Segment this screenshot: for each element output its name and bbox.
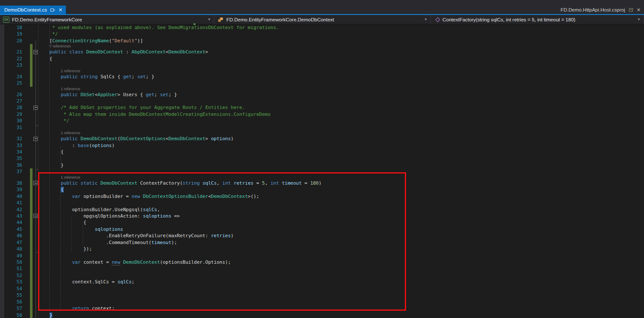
pin-icon[interactable] xyxy=(50,7,56,12)
line-number: 56 xyxy=(0,299,22,305)
close-icon[interactable]: ✕ xyxy=(637,7,641,12)
code-text: public static DemoDbContext ContextFacto… xyxy=(38,180,321,186)
code-line[interactable]: 24 public string SqlCs { get; set; } xyxy=(0,74,644,80)
tab-bar: DemoDbContext.cs ✕ FD.Demo.HttpApi.Host.… xyxy=(0,0,644,14)
code-line[interactable]: 36 } xyxy=(0,162,644,168)
code-line[interactable]: 21 public class DemoDbContext : AbpDbCon… xyxy=(0,49,644,55)
code-line[interactable]: 25 xyxy=(0,80,644,86)
code-line[interactable]: 39 { xyxy=(0,186,644,193)
code-text: context.SqlCs = sqlCs; xyxy=(38,279,134,285)
code-line[interactable]: 20 [ConnectionStringName("Default")] xyxy=(0,38,644,44)
code-text: } xyxy=(38,312,52,318)
code-line[interactable]: 18 * used modules (as explained above). … xyxy=(0,24,644,31)
collapse-button[interactable] xyxy=(33,214,38,218)
code-line[interactable]: 33 : base(options) xyxy=(0,142,644,149)
code-line[interactable]: 51 xyxy=(0,265,644,272)
code-line[interactable]: 54 xyxy=(0,286,644,292)
collapse-button[interactable] xyxy=(33,137,38,141)
code-line[interactable]: 58 } xyxy=(0,312,644,318)
code-line[interactable]: 49 xyxy=(0,253,644,259)
class-icon xyxy=(218,17,224,22)
csharp-project-icon: C# xyxy=(3,17,9,23)
code-line[interactable]: 35 xyxy=(0,155,644,162)
line-number: 31 xyxy=(0,124,22,131)
code-line[interactable]: 31 xyxy=(0,124,644,131)
line-number: 42 xyxy=(0,206,22,213)
code-editor[interactable]: 18 * used modules (as explained above). … xyxy=(0,24,644,318)
close-icon[interactable]: ✕ xyxy=(59,7,62,12)
code-line[interactable]: 57 return context; xyxy=(0,305,644,312)
code-line[interactable]: 46 .EnableRetryOnFailure(maxRetryCount: … xyxy=(0,233,644,239)
code-line[interactable]: 41 xyxy=(0,200,644,206)
change-bar xyxy=(30,62,33,68)
type-dropdown[interactable]: FD.Demo.EntityFrameworkCore.DemoDbContex… xyxy=(214,15,431,24)
code-line[interactable]: 37 xyxy=(0,168,644,175)
code-text: public string SqlCs { get; set; } xyxy=(38,74,154,80)
code-line[interactable]: 38 public static DemoDbContext ContextFa… xyxy=(0,180,644,186)
change-bar xyxy=(30,44,33,49)
codelens-references[interactable]: 1 reference xyxy=(61,175,80,180)
code-line[interactable]: 22 { xyxy=(0,56,644,62)
line-number: 22 xyxy=(0,56,22,62)
method-icon xyxy=(435,17,440,22)
change-bar xyxy=(30,272,33,279)
change-bar xyxy=(30,193,33,200)
collapse-button[interactable] xyxy=(33,181,38,185)
code-text: optionsBuilder.UseNpgsql(sqlCs, xyxy=(38,206,160,213)
code-line[interactable]: 28 /* Add DbSet properties for your Aggr… xyxy=(0,104,644,111)
code-line[interactable]: 40 var optionsBuilder = new DbContextOpt… xyxy=(0,193,644,200)
code-text: .EnableRetryOnFailure(maxRetryCount: ret… xyxy=(38,233,234,239)
codelens-references[interactable]: 1 reference xyxy=(61,131,80,135)
line-number: 54 xyxy=(0,286,22,292)
code-line[interactable]: 50 var context = new DemoDbContext(optio… xyxy=(0,259,644,265)
code-line[interactable]: 32 public DemoDbContext(DbContextOptions… xyxy=(0,135,644,142)
code-line[interactable]: 43 npgsqlOptionsAction: sqloptions => xyxy=(0,213,644,219)
keep-open-icon[interactable] xyxy=(629,8,633,12)
code-line[interactable]: 52 xyxy=(0,272,644,279)
chevron-down-icon[interactable]: ▼ xyxy=(637,18,641,21)
tab-title: DemoDbContext.cs xyxy=(4,7,47,12)
member-dropdown[interactable]: ContextFactory(string sqlCs, int retries… xyxy=(431,15,644,24)
code-line[interactable]: 48 }); xyxy=(0,246,644,252)
code-text: sqloptions xyxy=(38,226,123,233)
line-number: 28 xyxy=(0,104,22,111)
code-text: */ xyxy=(38,118,69,124)
vs-editor-window: DemoDbContext.cs ✕ FD.Demo.HttpApi.Host.… xyxy=(0,0,644,318)
codelens-references[interactable]: 1 reference xyxy=(61,87,80,91)
project-name: FD.Demo.EntityFrameworkCore xyxy=(12,17,82,22)
code-line[interactable]: 19 */ xyxy=(0,31,644,37)
chevron-down-icon[interactable]: ▼ xyxy=(424,18,427,21)
line-number: 36 xyxy=(0,162,22,168)
code-line[interactable]: 45 sqloptions xyxy=(0,226,644,233)
code-line[interactable]: 30 */ xyxy=(0,118,644,124)
tab-demodbcontext[interactable]: DemoDbContext.cs ✕ xyxy=(0,6,66,14)
code-line[interactable]: 23 xyxy=(0,62,644,68)
code-line[interactable]: 56 xyxy=(0,299,644,305)
code-line[interactable]: 26 public DbSet<AppUser> Users { get; se… xyxy=(0,91,644,98)
code-line[interactable]: 29 * Also map them inside DemoDbContextM… xyxy=(0,111,644,118)
codelens-references[interactable]: 7 references xyxy=(49,44,71,49)
code-line[interactable]: 34 { xyxy=(0,149,644,155)
member-name: ContextFactory(string sqlCs, int retries… xyxy=(442,17,576,22)
collapse-button[interactable] xyxy=(33,50,38,54)
code-line[interactable]: 27 xyxy=(0,98,644,104)
tab-preview-csproj[interactable]: FD.Demo.HttpApi.Host.csproj ✕ xyxy=(561,6,641,14)
code-line[interactable]: 44 { xyxy=(0,219,644,226)
codelens-references[interactable]: 1 reference xyxy=(61,69,80,74)
code-line[interactable]: 42 optionsBuilder.UseNpgsql(sqlCs, xyxy=(0,206,644,213)
collapse-button[interactable] xyxy=(33,106,38,110)
code-line[interactable]: 55 xyxy=(0,292,644,298)
code-line[interactable]: 47 .CommandTimeout(timeout); xyxy=(0,239,644,246)
chevron-down-icon[interactable]: ▼ xyxy=(208,18,211,21)
type-name: FD.Demo.EntityFrameworkCore.DemoDbContex… xyxy=(226,17,334,22)
line-number: 53 xyxy=(0,279,22,285)
code-text: public DemoDbContext(DbContextOptions<De… xyxy=(38,135,234,142)
code-line[interactable]: 53 context.SqlCs = sqlCs; xyxy=(0,279,644,285)
line-number: 25 xyxy=(0,80,22,86)
line-number: 51 xyxy=(0,265,22,272)
line-number: 20 xyxy=(0,38,22,44)
change-bar xyxy=(30,180,33,186)
code-text: var optionsBuilder = new DbContextOption… xyxy=(38,193,259,200)
project-dropdown[interactable]: C# FD.Demo.EntityFrameworkCore ▼ xyxy=(0,15,214,24)
line-number: 37 xyxy=(0,168,22,175)
